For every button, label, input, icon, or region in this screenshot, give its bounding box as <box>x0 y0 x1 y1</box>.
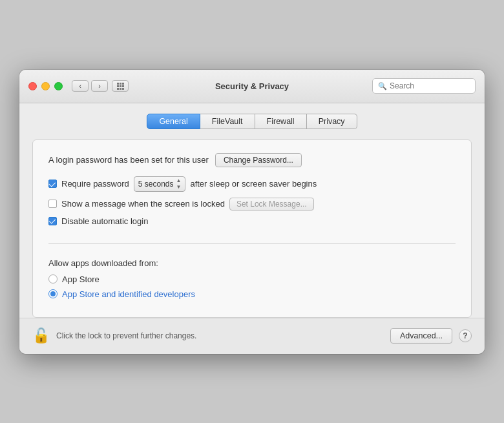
settings-panel: A login password has been set for this u… <box>32 139 472 318</box>
search-icon: 🔍 <box>378 82 387 90</box>
traffic-lights <box>28 82 63 90</box>
password-row: A login password has been set for this u… <box>48 153 456 167</box>
grid-button[interactable] <box>112 80 129 92</box>
disable-auto-login-label: Disable automatic login <box>61 216 148 226</box>
tab-bar: General FileVault Firewall Privacy <box>32 114 472 129</box>
lock-icon[interactable]: 🔓 <box>32 327 50 344</box>
bottom-bar: 🔓 Click the lock to prevent further chan… <box>19 318 485 354</box>
dropdown-chevron-icon: ▲ ▼ <box>176 178 181 190</box>
window-title: Security & Privacy <box>215 81 289 91</box>
password-delay-value: 5 seconds <box>138 180 174 189</box>
radio-app-store-identified[interactable] <box>48 289 58 298</box>
section-divider <box>48 243 456 244</box>
close-button[interactable] <box>28 82 37 90</box>
tab-filevault[interactable]: FileVault <box>200 114 255 129</box>
radio-app-store[interactable] <box>48 274 58 284</box>
forward-button[interactable]: › <box>91 80 108 92</box>
show-message-row: Show a message when the screen is locked… <box>48 198 456 211</box>
advanced-button[interactable]: Advanced... <box>390 328 452 344</box>
password-delay-dropdown[interactable]: 5 seconds ▲ ▼ <box>134 176 186 192</box>
change-password-button[interactable]: Change Password... <box>215 153 302 167</box>
grid-icon <box>117 83 124 90</box>
back-button[interactable]: ‹ <box>72 80 89 92</box>
radio-app-store-identified-row: App Store and identified developers <box>48 289 456 299</box>
main-window: ‹ › Security & Privacy 🔍 General FileVau… <box>19 70 485 354</box>
require-password-row: Require password 5 seconds ▲ ▼ after sle… <box>48 176 456 192</box>
lock-text: Click the lock to prevent further change… <box>56 331 384 340</box>
titlebar: ‹ › Security & Privacy 🔍 <box>19 70 485 103</box>
help-button[interactable]: ? <box>459 329 472 342</box>
disable-auto-login-row: Disable automatic login <box>48 216 456 226</box>
password-set-label: A login password has been set for this u… <box>48 155 209 165</box>
allow-apps-section: Allow apps downloaded from: App Store Ap… <box>48 258 456 304</box>
search-box[interactable]: 🔍 <box>372 78 476 94</box>
nav-buttons: ‹ › <box>72 80 108 92</box>
minimize-button[interactable] <box>41 82 50 90</box>
require-password-label: Require password <box>61 179 129 189</box>
set-lock-message-button[interactable]: Set Lock Message... <box>229 198 314 211</box>
after-sleep-label: after sleep or screen saver begins <box>190 179 317 189</box>
allow-apps-title: Allow apps downloaded from: <box>48 258 456 268</box>
tab-privacy[interactable]: Privacy <box>307 114 357 129</box>
maximize-button[interactable] <box>54 82 63 90</box>
back-icon: ‹ <box>79 82 81 90</box>
show-message-label: Show a message when the screen is locked <box>61 199 225 209</box>
tab-firewall[interactable]: Firewall <box>255 114 307 129</box>
require-password-checkbox[interactable] <box>48 180 57 188</box>
search-input[interactable] <box>390 81 470 90</box>
disable-auto-login-checkbox[interactable] <box>48 217 57 225</box>
tab-general[interactable]: General <box>147 114 200 129</box>
radio-app-store-label: App Store <box>62 274 100 284</box>
content-area: General FileVault Firewall Privacy A log… <box>19 103 485 318</box>
radio-app-store-row: App Store <box>48 274 456 284</box>
show-message-checkbox[interactable] <box>48 200 57 208</box>
forward-icon: › <box>98 82 101 90</box>
radio-app-store-identified-label: App Store and identified developers <box>62 289 195 299</box>
